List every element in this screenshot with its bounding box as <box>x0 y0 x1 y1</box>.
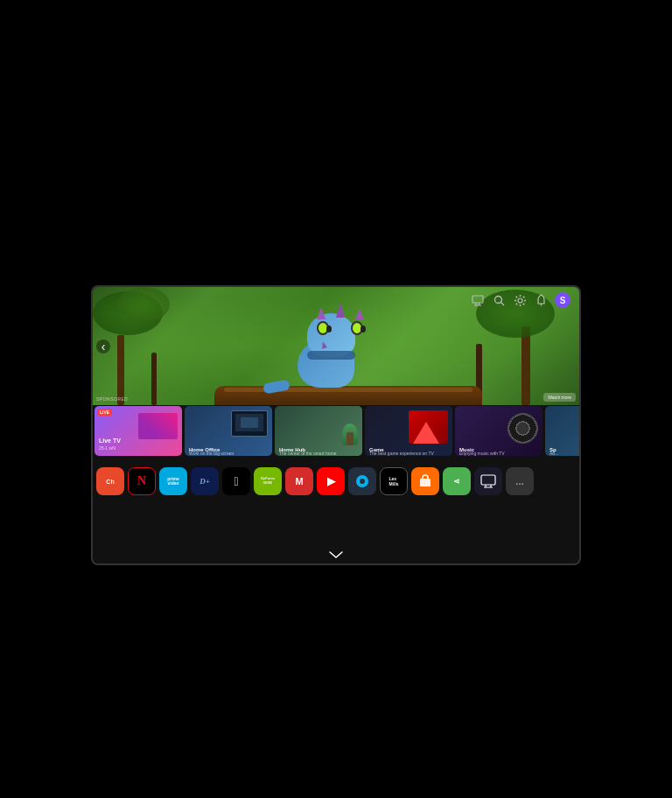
category-row: LIVE Live TV 25-1 tvN Home Office Work o… <box>93 406 579 458</box>
sponsored-label: SPONSORED <box>96 396 128 402</box>
category-tile-home-office[interactable]: Home Office Work on the big screen <box>185 406 272 456</box>
tile-subtitle-music: Enjoying music with TV <box>459 451 505 456</box>
svg-point-9 <box>514 299 516 301</box>
category-tile-sp[interactable]: Sp Ad... <box>545 406 579 456</box>
svg-point-11 <box>515 296 517 298</box>
app-geforce-now[interactable]: GeForce NOW <box>254 467 282 495</box>
scroll-indicator <box>328 550 344 561</box>
svg-point-10 <box>524 299 526 301</box>
settings-icon[interactable] <box>513 293 527 307</box>
svg-point-16 <box>540 304 542 306</box>
svg-point-14 <box>515 303 517 304</box>
svg-rect-19 <box>420 479 430 486</box>
svg-point-18 <box>360 479 365 484</box>
app-more[interactable]: … <box>506 467 534 495</box>
app-disney-plus[interactable]: D+ <box>191 467 219 495</box>
tile-subtitle-home-office: Work on the big screen <box>189 451 234 456</box>
live-tv-title: Live TV <box>99 438 121 444</box>
tile-subtitle-sp: Ad... <box>550 451 558 456</box>
tile-subtitle-home-hub: The center of the smart home <box>279 451 337 456</box>
svg-point-8 <box>519 304 521 306</box>
svg-point-4 <box>494 296 501 303</box>
svg-point-6 <box>518 298 522 303</box>
apps-row: Ch N prime video D+  GeForce NOW M ▶ <box>93 462 579 500</box>
top-bar: S <box>462 287 579 313</box>
app-lesmills[interactable]: LesMills <box>380 467 408 495</box>
category-tile-game[interactable]: Game The best game experience on TV <box>365 406 452 456</box>
avatar[interactable]: S <box>555 292 570 308</box>
live-badge: LIVE <box>97 409 112 416</box>
app-channels[interactable]: Ch <box>96 467 124 495</box>
app-netflix[interactable]: N <box>128 467 156 495</box>
app-prime-video[interactable]: prime video <box>159 467 187 495</box>
search-icon[interactable] <box>492 293 506 307</box>
svg-rect-20 <box>481 475 495 485</box>
app-mnet[interactable]: M <box>285 467 313 495</box>
live-channel: 25-1 tvN <box>99 445 116 451</box>
prev-arrow[interactable]: ‹ <box>96 340 110 354</box>
svg-rect-0 <box>472 296 483 303</box>
app-amazon-alexa[interactable] <box>348 467 376 495</box>
svg-point-7 <box>519 295 521 297</box>
category-tile-live-tv[interactable]: LIVE Live TV 25-1 tvN <box>94 406 182 456</box>
svg-point-12 <box>522 303 524 304</box>
app-youtube[interactable]: ▶ <box>317 467 345 495</box>
app-tv-plus[interactable] <box>474 467 502 495</box>
app-shop[interactable] <box>411 467 439 495</box>
watch-more-button[interactable]: Watch more <box>543 393 576 402</box>
app-apps[interactable]: ⋖ <box>443 467 471 495</box>
tv-input-icon[interactable] <box>471 293 485 307</box>
category-tile-home-hub[interactable]: Home Hub The center of the smart home <box>275 406 362 456</box>
svg-line-5 <box>500 302 504 305</box>
svg-point-13 <box>522 296 524 298</box>
app-apple-tv[interactable]:  <box>222 467 250 495</box>
notifications-icon[interactable] <box>534 293 548 307</box>
tv-frame: S <box>91 285 581 565</box>
category-tile-music[interactable]: Music Enjoying music with TV <box>455 406 542 456</box>
tile-subtitle-game: The best game experience on TV <box>369 451 434 456</box>
